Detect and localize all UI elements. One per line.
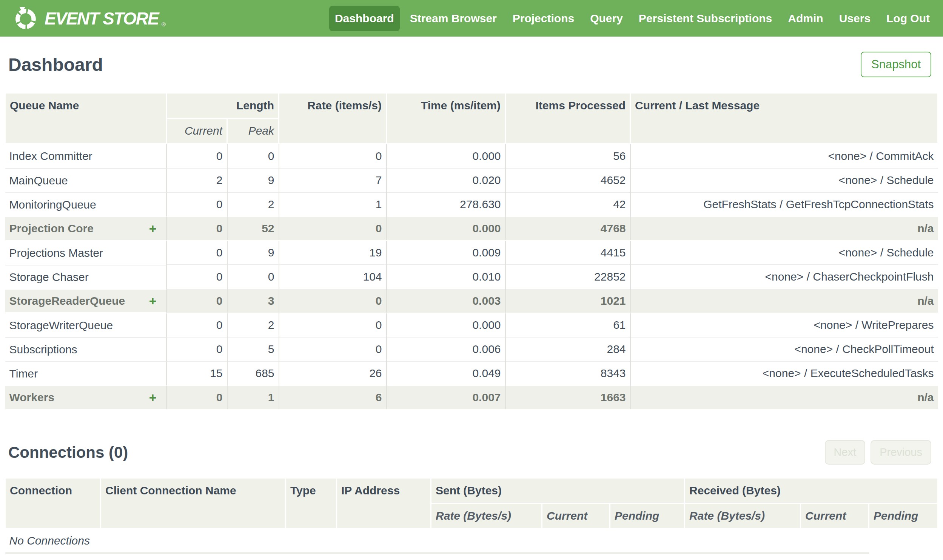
table-row: MonitoringQueue021278.63042GetFreshStats… xyxy=(5,192,938,217)
items-cell: 4768 xyxy=(505,217,630,241)
next-button[interactable]: Next xyxy=(825,440,866,465)
page-title: Dashboard xyxy=(8,54,103,75)
current-cell: 0 xyxy=(167,144,227,169)
col-received-current: Current xyxy=(801,503,869,529)
time-cell: 278.630 xyxy=(387,192,505,217)
queue-name: Projection Core xyxy=(9,222,94,235)
nav-item-stream-browser[interactable]: Stream Browser xyxy=(404,6,502,31)
table-row: Storage Chaser001040.01022852<none> / Ch… xyxy=(5,265,938,289)
col-rate: Rate (items/s) xyxy=(279,93,387,144)
table-row: Subscriptions0500.006284<none> / CheckPo… xyxy=(5,337,938,361)
rate-cell: 6 xyxy=(279,385,387,409)
previous-button[interactable]: Previous xyxy=(870,440,931,465)
expand-icon[interactable]: + xyxy=(149,390,162,405)
current-cell: 0 xyxy=(167,265,227,289)
brand-registered-mark: ® xyxy=(162,21,166,28)
table-row: Timer15685260.0498343<none> / ExecuteSch… xyxy=(5,361,938,385)
col-queue-name: Queue Name xyxy=(5,93,167,144)
snapshot-button[interactable]: Snapshot xyxy=(861,52,931,77)
rate-cell: 26 xyxy=(279,361,387,385)
table-row: Workers+0160.0071663n/a xyxy=(5,385,938,409)
message-cell: <none> / Schedule xyxy=(630,168,938,192)
brand[interactable]: EVENT STORE ® xyxy=(13,6,166,31)
connections-head: Connections (0) Next Previous xyxy=(8,440,931,465)
queue-name-cell: StorageWriterQueue xyxy=(5,313,167,337)
queue-name-cell: Storage Chaser xyxy=(5,265,167,289)
expand-icon[interactable]: + xyxy=(149,222,162,236)
message-cell: <none> / ExecuteScheduledTasks xyxy=(630,361,938,385)
queue-name-cell: Timer xyxy=(5,361,167,385)
time-cell: 0.000 xyxy=(387,313,505,337)
page-head: Dashboard Snapshot xyxy=(0,37,943,77)
nav-item-projections[interactable]: Projections xyxy=(507,6,580,31)
col-received-pending: Pending xyxy=(869,503,938,529)
nav-item-admin[interactable]: Admin xyxy=(782,6,829,31)
current-cell: 0 xyxy=(167,289,227,313)
table-row: MainQueue2970.0204652<none> / Schedule xyxy=(5,168,938,192)
time-cell: 0.049 xyxy=(387,361,505,385)
peak-cell: 3 xyxy=(227,289,279,313)
rate-cell: 0 xyxy=(279,313,387,337)
rate-cell: 7 xyxy=(279,168,387,192)
ghost-cell xyxy=(869,529,938,553)
nav-item-log-out[interactable]: Log Out xyxy=(881,6,935,31)
pager-group: Next Previous xyxy=(825,440,931,465)
nav-items: DashboardStream BrowserProjectionsQueryP… xyxy=(329,6,935,31)
table-row: StorageReaderQueue+0300.0031021n/a xyxy=(5,289,938,313)
queue-name: Timer xyxy=(9,367,38,380)
peak-cell: 0 xyxy=(227,265,279,289)
no-connections-message: No Connections xyxy=(5,529,869,553)
col-client-connection-name: Client Connection Name xyxy=(101,478,286,529)
col-message: Current / Last Message xyxy=(630,93,938,144)
time-cell: 0.006 xyxy=(387,337,505,361)
col-ip-address: IP Address xyxy=(337,478,431,529)
no-connections-row: No Connections xyxy=(5,529,938,553)
time-cell: 0.000 xyxy=(387,144,505,169)
peak-cell: 685 xyxy=(227,361,279,385)
connections-title: Connections (0) xyxy=(8,443,128,462)
queue-name: MonitoringQueue xyxy=(9,198,96,211)
current-cell: 0 xyxy=(167,217,227,241)
nav-item-query[interactable]: Query xyxy=(584,6,628,31)
peak-cell: 2 xyxy=(227,313,279,337)
col-sent-bytes: Sent (Bytes) xyxy=(431,478,685,503)
nav-item-persistent-subscriptions[interactable]: Persistent Subscriptions xyxy=(633,6,778,31)
message-cell: <none> / ChaserCheckpointFlush xyxy=(630,265,938,289)
current-cell: 2 xyxy=(167,168,227,192)
brand-name: EVENT STORE xyxy=(45,8,159,29)
col-type: Type xyxy=(286,478,337,529)
current-cell: 15 xyxy=(167,361,227,385)
queue-name: Subscriptions xyxy=(9,343,77,356)
rate-cell: 0 xyxy=(279,217,387,241)
peak-cell: 5 xyxy=(227,337,279,361)
nav-item-users[interactable]: Users xyxy=(833,6,876,31)
queue-name-cell: StorageReaderQueue+ xyxy=(5,289,167,313)
peak-cell: 9 xyxy=(227,241,279,265)
items-cell: 1021 xyxy=(505,289,630,313)
message-cell: n/a xyxy=(630,385,938,409)
expand-icon[interactable]: + xyxy=(149,294,162,308)
connections-table-header: Connection Client Connection Name Type I… xyxy=(5,478,938,529)
peak-cell: 0 xyxy=(227,144,279,169)
col-items-processed: Items Processed xyxy=(505,93,630,144)
message-cell: <none> / CheckPollTimeout xyxy=(630,337,938,361)
message-cell: GetFreshStats / GetFreshTcpConnectionSta… xyxy=(630,192,938,217)
col-time: Time (ms/item) xyxy=(387,93,505,144)
queue-name: StorageWriterQueue xyxy=(9,319,113,332)
col-received-bytes: Received (Bytes) xyxy=(685,478,938,503)
time-cell: 0.010 xyxy=(387,265,505,289)
current-cell: 0 xyxy=(167,385,227,409)
connections-table-body: No Connections xyxy=(5,529,938,553)
queue-name-cell: MonitoringQueue xyxy=(5,192,167,217)
top-navbar: EVENT STORE ® DashboardStream BrowserPro… xyxy=(0,0,943,37)
queue-name-cell: Projection Core+ xyxy=(5,217,167,241)
col-received-rate: Rate (Bytes/s) xyxy=(685,503,801,529)
table-row: StorageWriterQueue0200.00061<none> / Wri… xyxy=(5,313,938,337)
queue-table-body: Index Committer0000.00056<none> / Commit… xyxy=(5,144,938,410)
col-length-peak: Peak xyxy=(227,118,279,144)
event-store-logo-icon xyxy=(13,6,39,31)
items-cell: 4415 xyxy=(505,241,630,265)
nav-item-dashboard[interactable]: Dashboard xyxy=(329,6,400,31)
peak-cell: 9 xyxy=(227,168,279,192)
connections-table: Connection Client Connection Name Type I… xyxy=(5,477,938,554)
